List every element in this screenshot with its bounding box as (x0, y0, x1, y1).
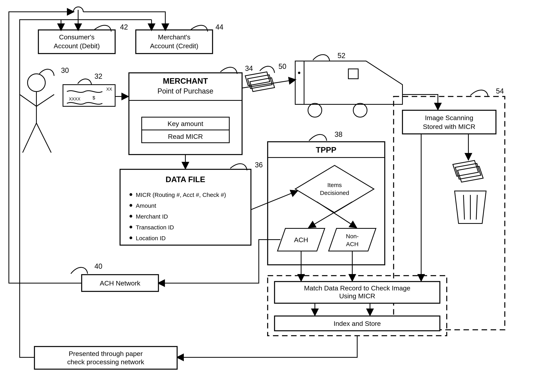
ref-40: 40 (95, 262, 102, 270)
svg-point-18 (308, 103, 322, 117)
svg-point-19 (353, 103, 367, 117)
check-xxxx: XXXX (69, 97, 81, 101)
tppp-title: TPPP (316, 146, 336, 154)
check-icon: XXXX $ XX (63, 85, 115, 106)
svg-rect-17 (348, 69, 358, 79)
svg-point-16 (298, 72, 300, 74)
svg-marker-21 (455, 163, 481, 179)
merchant-title: MERCHANT (163, 77, 208, 85)
callout-32 (78, 79, 91, 85)
arrow-index-to-presented (177, 336, 357, 357)
ref-30: 30 (61, 66, 69, 74)
flow-presented-to-accounts (20, 20, 61, 357)
items-l1: Items (327, 182, 342, 188)
callout-30 (39, 69, 54, 76)
callout-38 (309, 134, 327, 141)
merchant-account-l2: Account (Credit) (150, 42, 198, 50)
ref-38: 38 (335, 130, 342, 138)
ach-label: ACH (294, 236, 308, 244)
callout-52 (313, 55, 330, 61)
svg-point-10 (130, 226, 132, 228)
nonach-l2: ACH (346, 241, 358, 247)
data-file-title: DATA FILE (166, 175, 205, 184)
ref-34: 34 (245, 64, 253, 72)
ref-44: 44 (215, 23, 223, 31)
consumer-account-l2: Account (Debit) (54, 42, 100, 50)
truck-icon (295, 61, 402, 117)
ref-36: 36 (255, 161, 263, 169)
nonach-l1: Non- (346, 233, 359, 239)
docs-stack-icon (453, 161, 483, 182)
presented-l1: Presented through paper (69, 350, 143, 357)
index-store-label: Index and Store (333, 320, 381, 327)
data-file-b1: MICR (Routing #, Acct #, Check #) (136, 192, 226, 198)
merchant-account-l1: Merchant's (158, 33, 190, 41)
diagram-canvas: Consumer's Account (Debit) Merchant's Ac… (0, 0, 554, 392)
check-xx: XX (106, 87, 112, 91)
image-scanning-l2: Stored with MICR (423, 123, 475, 130)
ref-32: 32 (95, 72, 102, 80)
svg-line-5 (36, 123, 51, 153)
svg-line-23 (464, 195, 464, 219)
checks-stack-icon (245, 72, 275, 91)
svg-point-9 (130, 215, 132, 217)
svg-point-0 (28, 74, 45, 91)
consumer-account-l1: Consumer's (59, 33, 95, 41)
match-l2: Using MICR (339, 292, 375, 300)
callout-40 (71, 267, 88, 274)
ref-54: 54 (496, 87, 504, 95)
match-l1: Match Data Record to Check Image (304, 284, 410, 292)
check-dollar: $ (92, 95, 95, 100)
trash-icon (455, 191, 486, 224)
svg-line-2 (20, 95, 36, 106)
ach-network-label: ACH Network (100, 279, 140, 287)
data-file-b4: Transaction ID (136, 224, 174, 231)
svg-point-8 (130, 204, 132, 207)
ref-42: 42 (120, 23, 128, 31)
svg-line-25 (476, 195, 477, 219)
image-scanning-box (402, 110, 496, 134)
tppp-box (268, 142, 385, 265)
consumer-icon (20, 74, 54, 153)
ref-52: 52 (338, 52, 345, 60)
read-micr: Read MICR (168, 133, 203, 140)
svg-line-3 (36, 95, 54, 106)
svg-line-4 (23, 123, 36, 153)
svg-point-11 (130, 237, 132, 239)
svg-point-7 (130, 193, 132, 196)
items-l2: Decisioned (320, 189, 349, 196)
ref-50: 50 (278, 63, 286, 70)
presented-l2: check processing network (67, 358, 144, 366)
arrow-ach-to-achnetwork (159, 240, 280, 283)
svg-marker-20 (457, 166, 483, 182)
image-scanning-l1: Image Scanning (425, 114, 473, 121)
svg-marker-22 (453, 161, 478, 176)
key-amount: Key amount (167, 120, 203, 127)
data-file-b5: Location ID (136, 235, 166, 241)
merchant-subtitle: Point of Purchase (158, 87, 213, 95)
data-file-b2: Amount (136, 203, 156, 209)
data-file-b3: Merchant ID (136, 213, 168, 220)
callout-54 (470, 90, 488, 97)
